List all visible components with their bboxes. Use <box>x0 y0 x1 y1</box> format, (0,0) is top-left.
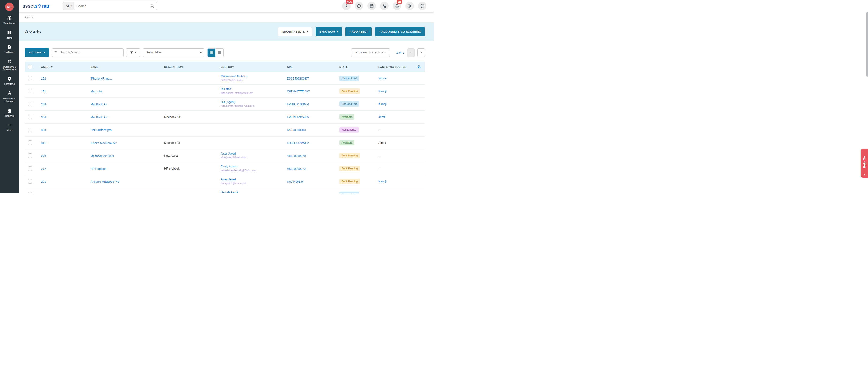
view-toggle <box>207 48 224 57</box>
ain-link[interactable]: FVHHJ21SQ6L4 <box>287 103 309 106</box>
avatar[interactable]: RD <box>5 3 13 11</box>
asset-number-link[interactable]: 231 <box>41 90 46 93</box>
chevron-down-icon: ▾ <box>135 51 136 54</box>
asset-number-link[interactable]: 238 <box>41 103 46 106</box>
column-header-custody[interactable]: CUSTODY <box>215 65 281 68</box>
export-all-to-csv-button[interactable]: EXPORT ALL TO CSV <box>351 48 390 57</box>
asset-name-link[interactable]: Mac mini <box>91 90 102 93</box>
row-checkbox[interactable] <box>28 115 32 119</box>
asset-number-link[interactable]: 300 <box>41 128 46 132</box>
import-assets-button[interactable]: IMPORT ASSETS ▾ <box>278 27 312 36</box>
asset-name-link[interactable]: Aiser's MacBook Air <box>91 142 117 145</box>
chevron-down-icon: ▾ <box>307 30 308 33</box>
quick-actions-button[interactable]: NEW <box>342 2 350 10</box>
ain-link[interactable]: HXJLL1871WFV <box>287 142 309 145</box>
row-checkbox[interactable] <box>28 127 32 132</box>
row-checkbox[interactable] <box>28 166 32 171</box>
search-icon[interactable] <box>150 4 154 8</box>
topbar-icons: NEW 111 <box>342 2 427 10</box>
custody-user-link[interactable]: Cindy Adams <box>221 165 281 169</box>
custody-user-link[interactable]: RD staff <box>221 88 281 91</box>
search-scope-dropdown[interactable]: All ▾ <box>63 2 74 10</box>
ain-link[interactable]: AS120000270 <box>287 154 306 158</box>
row-checkbox[interactable] <box>28 192 32 194</box>
asset-number-link[interactable]: 304 <box>41 116 46 119</box>
sidebar-item-more[interactable]: More <box>0 120 19 135</box>
select-all-checkbox[interactable] <box>28 65 32 69</box>
sidebar-item-members-access[interactable]: Members & Access <box>0 88 19 106</box>
ain-link[interactable]: DX3ZJ09SKXKT <box>287 77 309 80</box>
custody-user-link[interactable]: RD (Agent) <box>221 100 281 104</box>
ain-link[interactable]: AS120000272 <box>287 167 306 171</box>
table-row: 201 Arslan's MacBook Pro Aiser Javed ais… <box>25 175 425 188</box>
asset-name-link[interactable]: MacBook Air <box>91 103 107 106</box>
asset-number-link[interactable]: 272 <box>41 167 46 171</box>
asset-name-link[interactable]: Dell Surface pro <box>91 128 112 132</box>
column-header-state[interactable]: STATE <box>333 65 373 68</box>
help-button[interactable] <box>418 2 427 10</box>
global-search-input[interactable] <box>74 4 151 8</box>
add-assets-via-scanning-button[interactable]: + ADD ASSETS VIA SCANNING <box>375 27 425 36</box>
list-view-button[interactable] <box>208 49 215 57</box>
filter-button[interactable]: ▾ <box>126 48 140 57</box>
sidebar-item-dashboard[interactable]: Dashboard <box>0 13 19 27</box>
row-checkbox[interactable] <box>28 153 32 158</box>
add-new-button[interactable] <box>355 2 363 10</box>
next-page-button[interactable] <box>417 48 425 57</box>
search-assets-input[interactable] <box>60 51 121 54</box>
state-badge: Audit Pending <box>339 153 360 158</box>
calendar-button[interactable] <box>367 2 376 10</box>
row-checkbox[interactable] <box>28 89 32 93</box>
row-checkbox[interactable] <box>28 141 32 145</box>
custody-user-link[interactable]: Muhammad Mubeen <box>221 75 281 78</box>
custody-user-link[interactable]: Aiser Javed <box>221 178 281 181</box>
breadcrumb[interactable]: Assets <box>25 16 33 19</box>
settings-gear-button[interactable] <box>405 2 414 10</box>
ain-link[interactable]: FVFJNJ731WFV <box>287 116 309 119</box>
ain-link[interactable]: C07XN4TTJYVW <box>287 90 310 93</box>
breadcrumb-bar: Assets <box>19 12 434 22</box>
cart-button[interactable] <box>380 2 389 10</box>
select-view-dropdown[interactable]: Select View ▾ <box>143 48 205 57</box>
sidebar-item-reports[interactable]: Reports <box>0 106 19 120</box>
ain-link[interactable]: AS120000217 <box>287 193 306 194</box>
previous-page-button[interactable] <box>407 48 414 57</box>
notifications-bell-button[interactable]: 111 <box>393 2 401 10</box>
column-settings-sliders-icon[interactable] <box>417 65 421 69</box>
ain-link[interactable]: H0044J91JY <box>287 180 304 183</box>
asset-name-link[interactable]: Arslan's MacBook Pro <box>91 180 119 183</box>
app-logo[interactable]: assetsnar <box>23 3 50 9</box>
sidebar-item-software[interactable]: Software <box>0 42 19 56</box>
sidebar-item-workflows-automations[interactable]: Workflows & Automations <box>0 56 19 73</box>
sync-now-button[interactable]: SYNC NOW ▾ <box>316 27 342 36</box>
row-checkbox[interactable] <box>28 102 32 106</box>
table-row: 202 iPhone XR feu... Muhammad Mubeen 232… <box>25 72 425 85</box>
column-header-name[interactable]: NAME <box>85 65 158 68</box>
column-header-asset-num[interactable]: ASSET # <box>35 65 85 68</box>
sidebar-item-items[interactable]: Items <box>0 27 19 42</box>
asset-name-link[interactable]: MacBook Air ... <box>91 116 110 119</box>
add-asset-button[interactable]: + ADD ASSET <box>345 27 372 36</box>
asset-number-link[interactable]: 270 <box>41 154 46 158</box>
column-header-description[interactable]: DESCRIPTION <box>158 65 215 68</box>
column-header-ain[interactable]: AIN <box>281 65 333 68</box>
asset-number-link[interactable]: 201 <box>41 180 46 183</box>
asset-name-link[interactable]: Macbook Air 2020 <box>91 154 114 158</box>
last-sync-source: -- <box>373 154 413 157</box>
asset-name-link[interactable]: iPhone XR feu... <box>91 77 112 80</box>
asset-name-link[interactable]: HP Probook <box>91 167 106 171</box>
actions-button[interactable]: ACTIONS ▾ <box>25 48 49 57</box>
row-checkbox[interactable] <box>28 76 32 81</box>
custody-user-link[interactable]: Danish Aamir <box>221 191 281 194</box>
asset-number-link[interactable]: 202 <box>41 77 46 80</box>
custody-user-link[interactable]: Aiser Javed <box>221 152 281 155</box>
row-checkbox[interactable] <box>28 179 32 184</box>
asset-name-link[interactable]: AWS Elastic Load Bal... <box>91 193 121 194</box>
state-badge: Audit Pending <box>339 179 360 184</box>
sidebar-item-locations[interactable]: Locations <box>0 73 19 88</box>
ain-link[interactable]: AS120000300 <box>287 128 306 132</box>
asset-number-link[interactable]: 311 <box>41 142 46 145</box>
asset-number-link[interactable]: 217 <box>41 193 46 194</box>
column-header-last-sync-source[interactable]: LAST SYNC SOURCE <box>373 65 413 68</box>
grid-view-button[interactable] <box>215 49 223 57</box>
